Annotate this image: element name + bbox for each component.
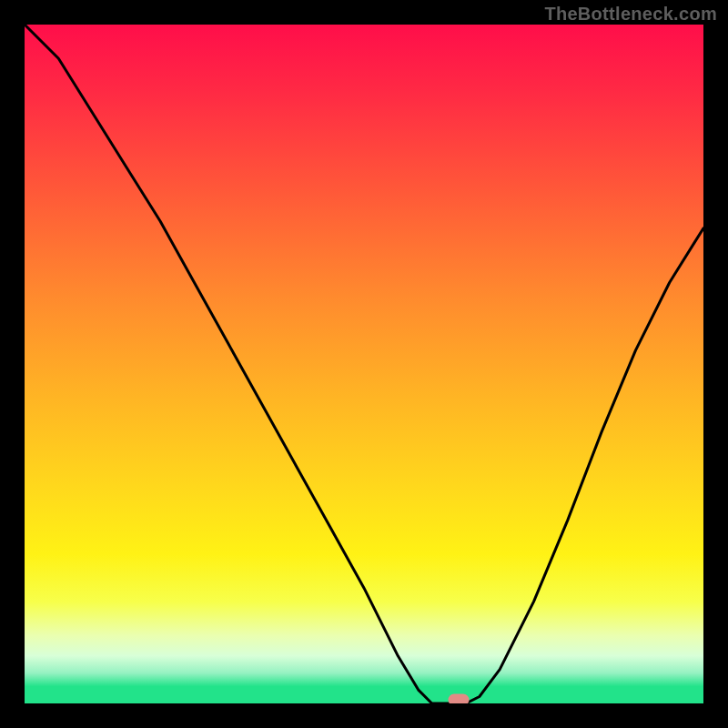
optimal-marker	[449, 694, 470, 703]
plot-area	[25, 25, 703, 703]
watermark-text: TheBottleneck.com	[544, 4, 717, 25]
chart-frame: TheBottleneck.com	[0, 0, 728, 728]
bottleneck-curve	[25, 25, 703, 703]
